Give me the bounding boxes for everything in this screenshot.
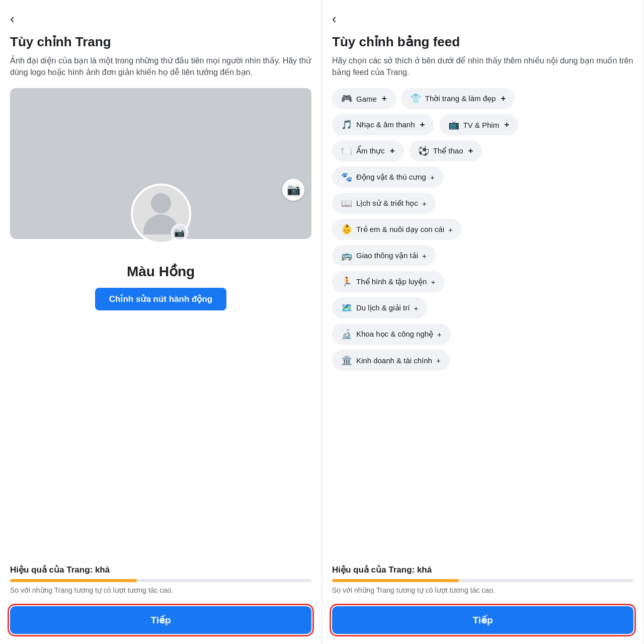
right-effectiveness-note: So với những Trang tương tự có lượt tươn… [332, 586, 633, 594]
topic-plus-icon[interactable]: + [420, 120, 425, 130]
topic-label: Khoa học & công nghệ [356, 330, 433, 339]
right-next-button[interactable]: Tiếp [332, 606, 633, 634]
left-panel: ‹ Tùy chỉnh Trang Ảnh đại diện của bạn l… [0, 0, 322, 644]
left-panel-title: Tùy chỉnh Trang [10, 34, 311, 50]
topic-plus-icon[interactable]: + [504, 120, 509, 130]
topic-icon: 🍽️ [341, 145, 352, 156]
topic-row: 🏛️Kinh doanh & tài chính+ [332, 350, 633, 371]
progress-fill [10, 579, 137, 582]
topic-row: 🚌Giao thông vận tải+ [332, 245, 633, 266]
topic-icon: 👕 [410, 93, 421, 104]
topic-chip[interactable]: 🚌Giao thông vận tải+ [332, 245, 436, 266]
topic-plus-icon[interactable]: + [501, 94, 506, 104]
topic-label: Kinh doanh & tài chính [356, 356, 432, 365]
topic-label: TV & Phim [463, 121, 500, 129]
topic-plus-icon[interactable]: + [422, 199, 427, 208]
effectiveness-note: So với những Trang tương tự có lượt tươn… [10, 586, 311, 594]
topic-plus-icon[interactable]: + [382, 94, 387, 104]
topic-icon: 👶 [341, 224, 352, 235]
topic-icon: 🚌 [341, 250, 352, 261]
topic-label: Nhạc & âm thanh [356, 120, 415, 129]
effectiveness-label: Hiệu quả của Trang: khá [10, 565, 311, 575]
left-back-button[interactable]: ‹ [10, 12, 311, 25]
topic-label: Du lịch & giải trí [356, 303, 410, 312]
topic-row: 🏃Thể hình & tập luyện+ [332, 271, 633, 292]
topic-row: 📖Lịch sử & triết học+ [332, 193, 633, 214]
topic-chip[interactable]: 🎵Nhạc & âm thanh+ [332, 114, 434, 135]
avatar-head [151, 193, 171, 213]
effectiveness-section: Hiệu quả của Trang: khá So với những Tra… [10, 565, 311, 594]
progress-bar [10, 579, 311, 582]
right-panel: ‹ Tùy chỉnh bảng feed Hãy chọn các sở th… [322, 0, 644, 644]
profile-preview: 📷 📷 [10, 88, 311, 239]
topic-row: 🎵Nhạc & âm thanh+📺TV & Phim+ [332, 114, 633, 135]
topic-chip[interactable]: 🔬Khoa học & công nghệ+ [332, 324, 451, 345]
cover-photo-area [10, 88, 311, 199]
topic-row: 🔬Khoa học & công nghệ+ [332, 324, 633, 345]
topic-chip[interactable]: 🏃Thể hình & tập luyện+ [332, 271, 444, 292]
right-back-button[interactable]: ‹ [332, 12, 633, 25]
topic-icon: 🗺️ [341, 302, 352, 313]
topic-label: Game [356, 95, 377, 103]
topic-plus-icon[interactable]: + [422, 252, 427, 260]
topic-label: Thể hình & tập luyện [356, 277, 427, 286]
edit-action-button[interactable]: Chỉnh sửa nút hành động [95, 288, 226, 310]
topic-icon: 🎵 [341, 119, 352, 130]
topic-plus-icon[interactable]: + [390, 146, 395, 156]
topic-chip[interactable]: 👕Thời trang & làm đẹp+ [401, 88, 515, 109]
topic-chip[interactable]: 👶Trẻ em & nuôi dạy con cái+ [332, 219, 462, 240]
topic-row: 👶Trẻ em & nuôi dạy con cái+ [332, 219, 633, 240]
avatar-circle: 📷 [131, 184, 191, 244]
camera-avatar-icon[interactable]: 📷 [171, 224, 188, 241]
topic-icon: 🎮 [341, 93, 352, 104]
topic-plus-icon[interactable]: + [430, 173, 435, 182]
topic-chip[interactable]: 📖Lịch sử & triết học+ [332, 193, 436, 214]
topic-icon: 🏛️ [341, 355, 352, 366]
topic-row: 🗺️Du lịch & giải trí+ [332, 297, 633, 318]
avatar-area: 📷 [131, 184, 191, 244]
topic-label: Thời trang & làm đẹp [425, 94, 496, 103]
topic-icon: 📖 [341, 198, 352, 209]
topic-plus-icon[interactable]: + [468, 146, 473, 156]
topic-icon: 🏃 [341, 276, 352, 287]
topic-plus-icon[interactable]: + [436, 356, 441, 365]
page-name: Màu Hồng [10, 263, 311, 280]
topic-icon: 📺 [448, 119, 459, 130]
topic-chip[interactable]: 📺TV & Phim+ [439, 114, 519, 135]
topic-label: Lịch sử & triết học [356, 199, 418, 208]
topic-plus-icon[interactable]: + [448, 225, 453, 234]
topic-label: Trẻ em & nuôi dạy con cái [356, 225, 444, 234]
topic-chip[interactable]: 🐾Động vật & thú cưng+ [332, 167, 444, 188]
left-panel-description: Ảnh đại diện của bạn là một trong những … [10, 55, 311, 78]
topic-chip[interactable]: ⚽Thể thao+ [409, 140, 482, 162]
topic-row: 🐾Động vật & thú cưng+ [332, 167, 633, 188]
topic-label: Giao thông vận tải [356, 251, 418, 260]
topic-row: 🎮Game+👕Thời trang & làm đẹp+ [332, 88, 633, 109]
topic-chip[interactable]: 🎮Game+ [332, 88, 396, 109]
topic-icon: 🔬 [341, 329, 352, 340]
topic-chip[interactable]: 🏛️Kinh doanh & tài chính+ [332, 350, 450, 371]
topic-plus-icon[interactable]: + [431, 278, 435, 286]
right-progress-fill [332, 579, 459, 582]
right-effectiveness-section: Hiệu quả của Trang: khá So với những Tra… [332, 565, 633, 594]
topic-chip[interactable]: 🗺️Du lịch & giải trí+ [332, 297, 427, 318]
topic-plus-icon[interactable]: + [414, 304, 418, 312]
topics-list: 🎮Game+👕Thời trang & làm đẹp+🎵Nhạc & âm t… [332, 88, 633, 371]
topic-chip[interactable]: 🍽️Ẩm thực+ [332, 140, 404, 162]
topic-plus-icon[interactable]: + [437, 330, 442, 339]
right-effectiveness-label: Hiệu quả của Trang: khá [332, 565, 633, 575]
left-next-button[interactable]: Tiếp [10, 606, 311, 634]
topic-icon: 🐾 [341, 172, 352, 183]
topic-icon: ⚽ [418, 145, 429, 156]
right-panel-title: Tùy chỉnh bảng feed [332, 34, 633, 50]
topic-label: Động vật & thú cưng [356, 173, 426, 182]
right-panel-description: Hãy chọn các sở thích ở bên dưới để nhìn… [332, 55, 633, 78]
topic-row: 🍽️Ẩm thực+⚽Thể thao+ [332, 140, 633, 162]
right-progress-bar [332, 579, 633, 582]
topic-label: Thể thao [433, 146, 463, 155]
topic-label: Ẩm thực [356, 146, 385, 155]
